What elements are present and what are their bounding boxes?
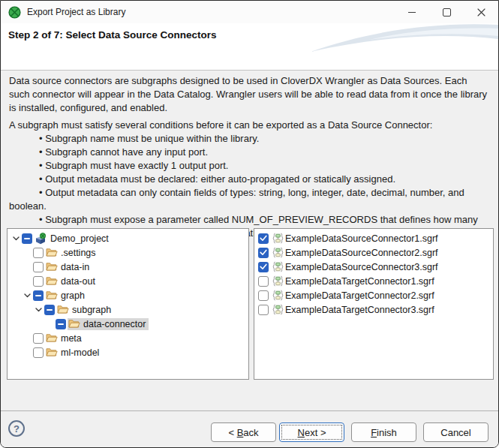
finish-button[interactable]: Finish	[351, 422, 416, 442]
tree-row[interactable]: data-connector	[8, 317, 248, 331]
conditions-intro: A subgraph must satisfy several conditio…	[9, 119, 490, 132]
tree-item-label: graph	[61, 290, 85, 301]
tree-item[interactable]: data-in	[45, 261, 92, 273]
back-button[interactable]: < Back	[211, 422, 276, 442]
button-label-part: F	[371, 427, 377, 438]
tristate-checkbox[interactable]	[56, 319, 66, 329]
connector-row[interactable]: ExampleDataTargetConnector1.sgrf	[254, 274, 493, 288]
tree-item-label: data-connector	[83, 319, 146, 329]
titlebar[interactable]: Export Project as Library	[1, 1, 498, 24]
open-folder-icon	[46, 248, 58, 257]
tree-item[interactable]: graph	[45, 290, 88, 302]
subgraph-braces-icon	[272, 233, 284, 244]
connector-label: ExampleDataTargetConnector1.sgrf	[285, 276, 434, 287]
close-icon	[477, 8, 485, 17]
tree-item[interactable]: .settings	[45, 247, 99, 259]
open-folder-icon	[68, 319, 80, 329]
checkbox-unchecked[interactable]	[33, 262, 44, 272]
tree-item-label: subgraph	[72, 305, 111, 315]
button-label-part: inish	[377, 427, 397, 438]
tree-row[interactable]: .settings	[8, 245, 248, 260]
tree-row[interactable]: meta	[8, 331, 248, 345]
chevron-down-icon[interactable]	[11, 236, 22, 241]
chevron-down-icon[interactable]	[22, 293, 33, 298]
minimize-button[interactable]	[395, 1, 429, 23]
help-button[interactable]: ?	[8, 420, 25, 437]
tree-row[interactable]: ml-model	[8, 345, 248, 359]
subgraph-braces-icon	[272, 261, 284, 272]
window-title: Export Project as Library	[27, 7, 125, 17]
close-button[interactable]	[464, 1, 498, 23]
tristate-checkbox[interactable]	[33, 290, 44, 301]
tree-item-label: data-out	[61, 276, 95, 287]
subgraph-braces-icon	[272, 304, 284, 315]
tristate-checkbox[interactable]	[22, 233, 32, 244]
button-label-part: ack	[243, 427, 258, 438]
cancel-button[interactable]: Cancel	[423, 422, 488, 442]
connector-row[interactable]: ExampleDataSourceConnector1.sgrf	[254, 231, 493, 245]
maximize-button[interactable]	[429, 1, 464, 23]
next-button[interactable]: Next >	[279, 422, 344, 442]
checkbox-checked[interactable]	[258, 233, 269, 244]
project-box-icon	[35, 233, 47, 245]
connector-list[interactable]: ExampleDataSourceConnector1.sgrfExampleD…	[254, 228, 494, 380]
window-controls	[395, 1, 498, 23]
checkbox-checked[interactable]	[258, 248, 269, 258]
connector-label: ExampleDataSourceConnector2.sgrf	[285, 248, 438, 258]
subgraph-braces-icon	[272, 247, 284, 258]
open-folder-icon	[46, 333, 58, 343]
tree-item[interactable]: ml-model	[45, 347, 102, 359]
description-text: Data source connectors are subgraphs des…	[9, 74, 490, 115]
tree-row[interactable]: graph	[8, 288, 248, 302]
condition-item: Output metadata can only contain fields …	[9, 186, 490, 213]
checkbox-unchecked[interactable]	[33, 333, 44, 344]
tree-row[interactable]: subgraph	[8, 302, 248, 317]
wizard-content: Data source connectors are subgraphs des…	[1, 71, 498, 410]
tree-item-label: .settings	[61, 248, 96, 258]
tristate-checkbox[interactable]	[44, 305, 55, 315]
open-folder-icon	[46, 262, 58, 272]
checkbox-unchecked[interactable]	[258, 290, 269, 301]
checkbox-unchecked[interactable]	[33, 248, 44, 258]
connector-row[interactable]: ExampleDataSourceConnector2.sgrf	[254, 245, 493, 260]
checkbox-checked[interactable]	[258, 262, 269, 272]
tree-row[interactable]: data-in	[8, 260, 248, 274]
connector-row[interactable]: ExampleDataTargetConnector2.sgrf	[254, 288, 493, 302]
connector-row[interactable]: ExampleDataSourceConnector3.sgrf	[254, 260, 493, 274]
chevron-down-icon[interactable]	[33, 308, 44, 312]
connector-label: ExampleDataSourceConnector3.sgrf	[285, 262, 438, 272]
project-tree[interactable]: Demo_project.settingsdata-indata-outgrap…	[7, 228, 249, 380]
tree-item[interactable]: data-out	[45, 275, 98, 287]
condition-item: Output metadata must be declared: either…	[9, 173, 490, 186]
connector-row[interactable]: ExampleDataTargetConnector3.sgrf	[254, 302, 493, 317]
button-bar: ? < Back Next > Finish Cancel	[1, 410, 498, 447]
maximize-icon	[443, 8, 451, 17]
subgraph-braces-icon	[272, 275, 284, 287]
button-label-part: N	[298, 427, 305, 438]
checkbox-unchecked[interactable]	[258, 276, 269, 287]
condition-item: Subgraph name must be unique within the …	[9, 132, 490, 146]
checkbox-unchecked[interactable]	[258, 305, 269, 315]
tree-item-label: data-in	[61, 262, 89, 272]
banner-decoration-swoosh	[311, 23, 498, 56]
checkbox-unchecked[interactable]	[33, 347, 44, 358]
help-question-icon: ?	[14, 423, 20, 434]
tree-item-selected[interactable]: data-connector	[68, 318, 149, 330]
condition-item: Subgraph must have exactly 1 output port…	[9, 159, 490, 173]
tree-item-label: meta	[61, 333, 82, 344]
minimize-icon	[408, 12, 416, 13]
open-folder-icon	[57, 305, 69, 314]
tree-item[interactable]: subgraph	[56, 304, 114, 316]
connector-label: ExampleDataSourceConnector1.sgrf	[285, 233, 438, 244]
open-folder-icon	[46, 290, 58, 300]
button-label-part: ext >	[305, 427, 326, 438]
tree-item-label: ml-model	[61, 347, 99, 358]
tree-item-label: Demo_project	[50, 233, 109, 244]
checkbox-unchecked[interactable]	[33, 276, 44, 287]
tree-row[interactable]: data-out	[8, 274, 248, 288]
tree-item[interactable]: Demo_project	[34, 232, 112, 245]
open-folder-icon	[46, 276, 58, 286]
tree-item[interactable]: meta	[45, 332, 85, 344]
button-label-part: <	[228, 427, 236, 438]
tree-row[interactable]: Demo_project	[8, 231, 248, 245]
